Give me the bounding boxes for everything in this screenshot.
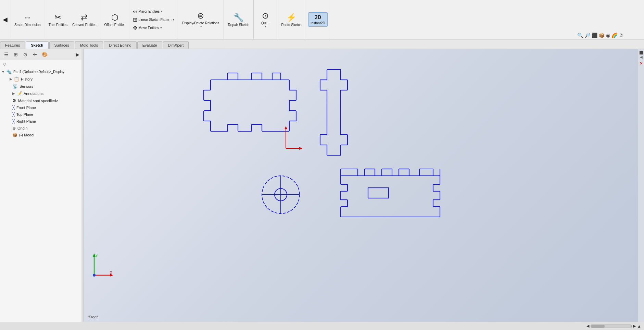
sidebar-toolbar: ☰ ⊞ ⊙ ✛ 🎨 ▶ (0, 49, 84, 60)
display-delete-icon: ⊜ (197, 11, 204, 21)
tab-direct-editing[interactable]: Direct Editing (104, 41, 136, 49)
smart-dimension-label: Smart Dimension (14, 23, 41, 27)
sidebar-item-right-plane[interactable]: ╳ Right Plane (0, 118, 84, 125)
view-icon-1[interactable]: 🔍 (577, 33, 583, 38)
sidebar-filter-row: ▽ (0, 60, 84, 68)
statusbar: ◀ ▶ ▲ (0, 322, 644, 330)
sidebar-btn-4[interactable]: ✛ (31, 50, 39, 59)
tab-features[interactable]: Features (0, 41, 25, 49)
linear-icon: ⊞ (133, 16, 137, 23)
tab-sketch[interactable]: Sketch (26, 41, 48, 49)
trim-icon: ✂ (54, 13, 61, 22)
view-icon-6[interactable]: 🌈 (611, 33, 617, 38)
statusbar-btn-expand[interactable]: ▲ (637, 324, 641, 329)
sketch-shape-4 (337, 166, 443, 227)
convert-icon: ⇄ (81, 13, 88, 22)
sidebar-btn-1[interactable]: ☰ (2, 50, 10, 59)
smart-dimension-icon: ↔ (23, 13, 31, 22)
right-plane-label: Right Plane (16, 119, 36, 123)
instant2d-icon: 2D (315, 14, 321, 21)
svg-marker-103 (93, 253, 96, 257)
material-label: Material <not specified> (18, 99, 58, 103)
sidebar-btn-5[interactable]: 🎨 (40, 50, 49, 59)
view-icon-2[interactable]: 🔎 (584, 33, 590, 38)
origin-icon: ⊕ (12, 126, 16, 131)
svg-marker-38 (285, 126, 287, 129)
instant2d-button[interactable]: 2D Instant2D (308, 12, 328, 27)
toolbar: ◀ ↔ Smart Dimension ✂ Trim Entities ⇄ Co… (0, 0, 644, 39)
linear-label: Linear Sketch Pattern (139, 18, 172, 22)
sidebar-btn-2[interactable]: ⊞ (12, 50, 20, 59)
tab-mold-tools[interactable]: Mold Tools (75, 41, 103, 49)
quick-snaps-label: Qui... (261, 21, 269, 25)
view-icon-4[interactable]: 📦 (599, 33, 605, 38)
tab-surfaces[interactable]: Surfaces (49, 41, 74, 49)
mirror-label: Mirror Entities (139, 10, 160, 13)
rapid-sketch-button[interactable]: ⚡ Rapid Sketch (279, 11, 303, 28)
offset-entities-button[interactable]: ⬡ Offset Entities (102, 11, 128, 28)
sidebar-item-material[interactable]: ⚙ Material <not specified> (0, 97, 84, 104)
smart-dimension-section: ↔ Smart Dimension (10, 0, 45, 39)
sidebar-item-history[interactable]: ▶ 📋 History (0, 75, 84, 83)
move-entities-button[interactable]: ✥ Move Entities ▼ (131, 24, 176, 32)
right-panel-btn-2[interactable]: ◀ (640, 55, 643, 59)
sidebar-item-origin[interactable]: ⊕ Origin (0, 125, 84, 132)
sidebar-item-top-plane[interactable]: ╳ Top Plane (0, 111, 84, 118)
tab-evaluate[interactable]: Evaluate (137, 41, 162, 49)
sidebar-btn-3[interactable]: ⊙ (21, 50, 29, 59)
annotations-icon: 📝 (16, 91, 22, 96)
view-icon-3[interactable]: ⬛ (592, 33, 597, 38)
sensors-icon: 📡 (12, 84, 18, 89)
mirror-dropdown-icon: ▼ (160, 10, 163, 13)
sidebar-expand-btn[interactable]: ▶ (73, 50, 81, 59)
front-plane-icon: ╳ (12, 105, 15, 110)
view-icon-5[interactable]: ◉ (606, 33, 610, 38)
view-label: *Front (87, 315, 98, 319)
statusbar-scroll-right[interactable]: ▶ (633, 324, 636, 328)
rapid-sketch-icon: ⚡ (286, 13, 296, 22)
view-icon-7[interactable]: 🖥 (619, 33, 623, 38)
rapid-sketch-section: ⚡ Rapid Sketch (277, 0, 306, 39)
sidebar-item-annotations[interactable]: ▶ 📝 Annotations (0, 90, 84, 97)
statusbar-scrollbar[interactable] (591, 325, 632, 328)
trim-label: Trim Entities (49, 23, 67, 27)
svg-point-108 (93, 274, 96, 277)
linear-dropdown-icon: ▼ (172, 18, 175, 21)
move-icon: ✥ (133, 25, 137, 31)
tree-root-item[interactable]: ▼ 🔩 Part1 (Default<<Default>_Display (0, 68, 84, 75)
right-panel-close[interactable]: ✕ (640, 61, 643, 66)
origin-label: Origin (17, 126, 27, 130)
right-panel: ⬛ ◀ ✕ (638, 49, 644, 322)
offset-section: ⬡ Offset Entities (100, 0, 130, 39)
statusbar-scroll-left[interactable]: ◀ (586, 324, 589, 328)
front-plane-label: Front Plane (16, 106, 36, 110)
repair-sketch-button[interactable]: 🔧 Repair Sketch (226, 11, 252, 28)
offset-icon: ⬡ (111, 13, 118, 22)
sidebar-resize-handle[interactable] (81, 49, 84, 322)
sidebar-item-model[interactable]: 📦 (-) Model (0, 132, 84, 138)
quick-snaps-button[interactable]: ⊙ Qui... ▼ (256, 10, 275, 29)
display-delete-button[interactable]: ⊜ Display/Delete Relations ▼ (180, 10, 222, 29)
exit-sketch-button[interactable]: ◀ (1, 15, 9, 24)
trim-entities-button[interactable]: ✂ Trim Entities (47, 11, 70, 28)
mirror-group: ⇔ Mirror Entities ▼ ⊞ Linear Sketch Patt… (130, 0, 178, 39)
mirror-entities-button[interactable]: ⇔ Mirror Entities ▼ (131, 8, 176, 15)
convert-entities-button[interactable]: ⇄ Convert Entities (70, 11, 99, 28)
smart-dimension-button[interactable]: ↔ Smart Dimension (12, 11, 43, 28)
annotations-expand-icon: ▶ (12, 91, 15, 95)
sketch-shape-3 (258, 172, 303, 217)
canvas-area[interactable]: Y X *Front (84, 49, 638, 322)
tab-dimxpert[interactable]: DimXpert (163, 41, 189, 49)
repair-label: Repair Sketch (228, 23, 250, 27)
right-panel-btn-1[interactable]: ⬛ (639, 50, 643, 54)
sidebar-item-front-plane[interactable]: ╳ Front Plane (0, 104, 84, 111)
svg-point-64 (275, 188, 287, 201)
repair-sketch-section: 🔧 Repair Sketch (224, 0, 254, 39)
sidebar-item-sensors[interactable]: 📡 Sensors (0, 83, 84, 90)
history-expand-icon: ▶ (10, 77, 12, 81)
svg-text:X: X (110, 271, 112, 274)
convert-label: Convert Entities (72, 23, 97, 27)
linear-sketch-pattern-button[interactable]: ⊞ Linear Sketch Pattern ▼ (131, 16, 176, 24)
sensors-label: Sensors (20, 84, 33, 88)
coordinate-axes: Y X (87, 251, 115, 279)
